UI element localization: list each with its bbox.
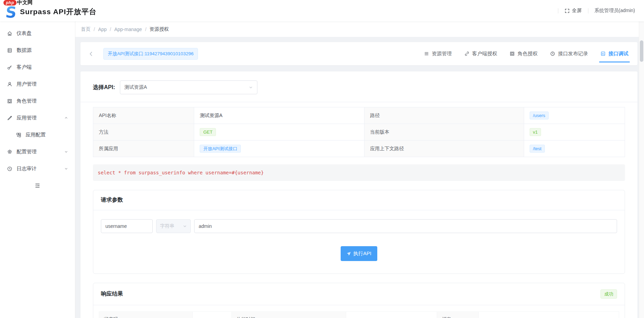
api-select-value: 测试资源A <box>124 84 147 90</box>
chevron-down-icon <box>249 85 253 89</box>
param-type-select[interactable]: 字符串 <box>156 219 191 233</box>
breadcrumb-separator: / <box>94 27 95 32</box>
breadcrumb-home[interactable]: 首页 <box>81 26 91 32</box>
info-label: 路径 <box>364 107 524 124</box>
debug-icon <box>600 51 606 56</box>
back-button[interactable] <box>88 51 94 57</box>
info-value-method: GET <box>194 124 364 141</box>
breadcrumb-separator: / <box>110 27 111 32</box>
sidebar-item-label: 用户管理 <box>17 81 37 87</box>
sidebar-item-client[interactable]: 客户端 <box>0 59 75 76</box>
tab-publish-records[interactable]: 接口发布记录 <box>550 42 588 65</box>
scrollbar[interactable] <box>639 21 644 318</box>
user-menu[interactable]: 系统管理员(admin) <box>595 8 635 14</box>
collapse-menu-icon <box>35 183 40 189</box>
clock-icon <box>550 51 555 56</box>
frame-icon <box>510 51 515 56</box>
table-row: 状态码 0 执行时间 123ms 消息 success <box>99 312 619 318</box>
scrollbar-thumb[interactable] <box>640 40 643 62</box>
sidebar-item-config-manage[interactable]: 配置管理 <box>0 143 75 160</box>
breadcrumb: 首页 / App / App-manage / 资源授权 <box>75 21 644 37</box>
sidebar: 仪表盘 数据源 客户端 用户管理 <box>0 21 75 318</box>
sql-statement: select * from surpass_userinfo where use… <box>93 164 625 181</box>
list-icon <box>424 51 429 56</box>
chevron-down-icon <box>183 224 187 228</box>
sidebar-item-dashboard[interactable]: 仪表盘 <box>0 25 75 42</box>
audit-icon <box>7 166 12 172</box>
request-params-title: 请求参数 <box>101 196 123 204</box>
info-value-api-name: 测试资源A <box>194 107 364 124</box>
info-value-context-path: /test <box>524 141 625 157</box>
tab-client-auth[interactable]: 客户端授权 <box>464 42 498 65</box>
response-card: 响应结果 成功 状态码 0 执行时间 123ms 消息 success <box>93 283 625 318</box>
sidebar-item-label: 客户端 <box>17 64 32 70</box>
tab-label: 接口调试 <box>608 50 628 57</box>
info-label: 当前版本 <box>364 124 524 141</box>
param-type-value: 字符串 <box>160 223 174 229</box>
tab-resource-manage[interactable]: 资源管理 <box>424 42 452 65</box>
tab-label: 接口发布记录 <box>558 50 588 57</box>
api-select[interactable]: 测试资源A <box>120 80 257 94</box>
response-result-table: 状态码 0 执行时间 123ms 消息 success <box>99 311 619 318</box>
key-icon <box>7 65 12 70</box>
info-label: 应用上下文路径 <box>364 141 524 157</box>
sidebar-item-app-manage[interactable]: 应用管理 <box>0 109 75 126</box>
sidebar-item-audit[interactable]: 日志审计 <box>0 160 75 177</box>
table-row: 所属应用 开放API测试接口 应用上下文路径 /test <box>93 141 625 157</box>
api-select-row: 选择API: 测试资源A <box>80 80 637 102</box>
divider <box>588 8 588 13</box>
divider <box>558 8 558 13</box>
param-name-input[interactable] <box>101 219 153 233</box>
sidebar-item-roles[interactable]: 角色管理 <box>0 93 75 109</box>
response-header: 响应结果 成功 <box>93 283 625 305</box>
logo-area: php 中文网 S Surpass API开放平台 <box>5 2 97 19</box>
app-header: php 中文网 S Surpass API开放平台 全屏 系统管理员(admin… <box>0 0 644 21</box>
result-label: 执行时间 <box>231 312 346 318</box>
request-params-card: 请求参数 字符串 <box>93 190 625 274</box>
role-icon <box>7 98 12 104</box>
tab-label: 角色授权 <box>518 50 538 57</box>
param-row: 字符串 <box>101 219 617 233</box>
api-debug-panel: 选择API: 测试资源A API名称 测试资源A 路径 <box>80 71 637 318</box>
app-title: Surpass API开放平台 <box>20 7 97 19</box>
app-manage-icon <box>7 115 12 121</box>
breadcrumb-app-manage[interactable]: App-manage <box>114 27 142 32</box>
result-label: 消息 <box>437 312 479 318</box>
breadcrumb-separator: / <box>145 27 146 32</box>
status-badge: 成功 <box>600 289 617 299</box>
tab-label: 客户端授权 <box>472 50 498 57</box>
owner-app-tag[interactable]: 开放API测试接口 <box>200 145 241 153</box>
api-info-table: API名称 测试资源A 路径 /users 方法 GET 当前版本 v1 所属应… <box>93 107 625 157</box>
result-label: 状态码 <box>99 312 193 318</box>
fullscreen-label: 全屏 <box>572 8 582 14</box>
breadcrumb-current: 资源授权 <box>150 26 169 32</box>
table-row: 方法 GET 当前版本 v1 <box>93 124 625 141</box>
fullscreen-button[interactable]: 全屏 <box>565 8 582 14</box>
info-value-owner-app: 开放API测试接口 <box>194 141 364 157</box>
chevron-up-icon <box>64 116 68 120</box>
result-value-status-code: 0 <box>192 312 231 318</box>
info-value-version: v1 <box>524 124 625 141</box>
request-params-header: 请求参数 <box>93 190 625 210</box>
context-path-tag: /test <box>530 145 545 153</box>
tab-bar: 资源管理 客户端授权 <box>424 42 629 65</box>
chevron-down-icon <box>64 150 68 154</box>
sidebar-item-label: 数据源 <box>17 47 32 54</box>
user-label: 系统管理员(admin) <box>595 8 635 14</box>
info-label: 所属应用 <box>93 141 194 157</box>
app-tag[interactable]: 开放API测试接口:1194279439010103296 <box>103 48 198 60</box>
param-value-input[interactable] <box>194 219 617 233</box>
chevron-down-icon <box>64 167 68 171</box>
php-badge: php <box>3 0 17 6</box>
header-right: 全屏 系统管理员(admin) <box>558 8 635 14</box>
sidebar-collapse-toggle[interactable] <box>0 177 75 194</box>
breadcrumb-app[interactable]: App <box>98 27 107 32</box>
sidebar-item-app-config[interactable]: 应用配置 <box>0 126 75 143</box>
sidebar-item-users[interactable]: 用户管理 <box>0 76 75 93</box>
tab-role-auth[interactable]: 角色授权 <box>510 42 538 65</box>
table-row: API名称 测试资源A 路径 /users <box>93 107 625 124</box>
sidebar-item-datasource[interactable]: 数据源 <box>0 42 75 59</box>
tab-api-debug[interactable]: 接口调试 <box>600 42 628 65</box>
execute-api-button[interactable]: 执行API <box>341 246 377 261</box>
result-value-exec-time: 123ms <box>346 312 437 318</box>
